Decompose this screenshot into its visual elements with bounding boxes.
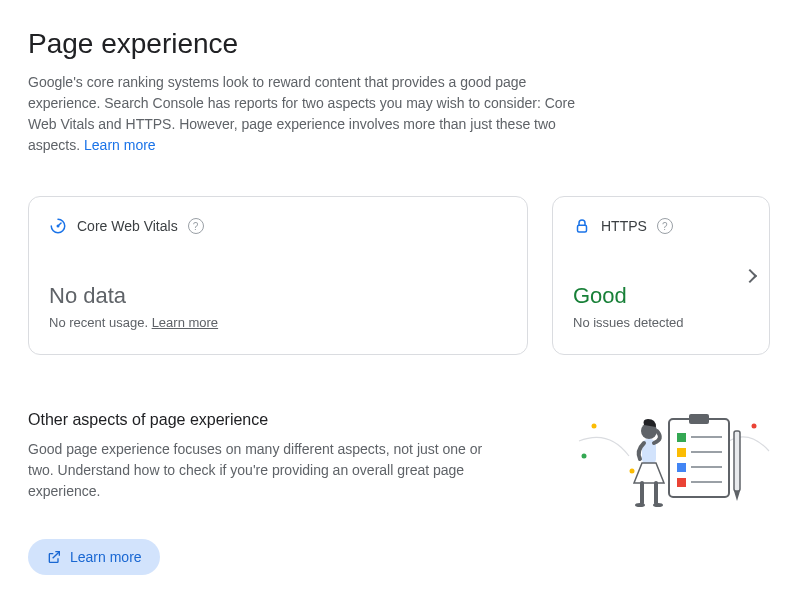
status-subtext: No recent usage. Learn more (49, 315, 507, 330)
svg-rect-9 (677, 433, 686, 442)
svg-rect-17 (734, 431, 740, 491)
core-web-vitals-card[interactable]: Core Web Vitals No data No recent usage.… (28, 196, 528, 355)
page-description: Google's core ranking systems look to re… (28, 72, 588, 156)
other-title: Other aspects of page experience (28, 411, 508, 429)
card-header: Core Web Vitals (49, 217, 507, 235)
svg-point-5 (752, 424, 757, 429)
lock-icon (573, 217, 591, 235)
speedometer-icon (49, 217, 67, 235)
svg-rect-15 (677, 478, 686, 487)
help-icon[interactable] (188, 218, 204, 234)
page-title: Page experience (28, 28, 774, 60)
svg-rect-11 (677, 448, 686, 457)
https-card[interactable]: HTTPS Good No issues detected (552, 196, 770, 355)
svg-point-3 (592, 424, 597, 429)
svg-rect-2 (578, 225, 587, 232)
help-icon[interactable] (657, 218, 673, 234)
learn-more-label: Learn more (70, 549, 142, 565)
other-aspects-section: Other aspects of page experience Good pa… (28, 411, 774, 511)
chevron-right-icon (743, 268, 757, 282)
svg-point-24 (653, 503, 663, 507)
cwv-learn-more-link[interactable]: Learn more (152, 315, 218, 330)
svg-point-23 (635, 503, 645, 507)
status-heading: No data (49, 283, 507, 309)
svg-rect-8 (689, 414, 709, 424)
card-title: HTTPS (601, 218, 647, 234)
learn-more-button[interactable]: Learn more (28, 539, 160, 575)
status-sub-prefix: No recent usage. (49, 315, 152, 330)
status-heading: Good (573, 283, 749, 309)
intro-learn-more-link[interactable]: Learn more (84, 137, 156, 153)
svg-line-1 (58, 223, 61, 226)
other-description: Good page experience focuses on many dif… (28, 439, 508, 502)
card-title: Core Web Vitals (77, 218, 178, 234)
svg-marker-18 (734, 491, 740, 501)
checklist-illustration-icon (574, 411, 774, 511)
svg-point-6 (582, 454, 587, 459)
external-link-icon (46, 549, 62, 565)
status-cards: Core Web Vitals No data No recent usage.… (28, 196, 774, 355)
svg-rect-13 (677, 463, 686, 472)
status-subtext: No issues detected (573, 315, 749, 330)
svg-point-4 (630, 469, 635, 474)
card-header: HTTPS (573, 217, 749, 235)
